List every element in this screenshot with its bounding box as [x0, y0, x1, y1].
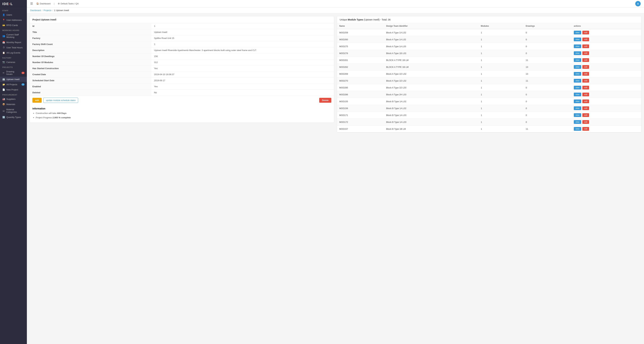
module-types-subtitle: (Uptown Irwell) - Total: 36 [364, 18, 390, 21]
module-identifier: Block A Type 1D L03 [384, 84, 478, 91]
sidebar-item-monthly-report[interactable]: 📅 Monthly Report [0, 40, 27, 45]
table-row: MOD269 Block A Type 1D L02 1 13 view edi… [337, 70, 641, 77]
module-actions: view edit [572, 105, 641, 112]
table-row: MOD260 Block A Type 1A L02 1 0 view edit [337, 36, 641, 43]
view-button[interactable]: view [574, 120, 581, 124]
nav-default-tasks[interactable]: ⚙ Default Tasks / QA [58, 2, 78, 5]
project-field-row: Factory Shift Count1 [30, 41, 334, 47]
update-schedule-button[interactable]: update module schedule dates [43, 98, 78, 103]
module-drawings: 0 [524, 98, 572, 105]
breadcrumb-dashboard[interactable]: Dashboard [30, 9, 41, 11]
sidebar-item-current-staff-working[interactable]: 👥 Current Staff Working [0, 32, 27, 40]
row-edit-button[interactable]: edit [582, 93, 589, 96]
field-value: 2019-06-17 [152, 77, 334, 84]
field-label: Enabled [30, 84, 152, 90]
sidebar-item-new-project[interactable]: 📄 New Project [0, 87, 27, 92]
table-row: MOD259 Block A Type 1A L02 1 0 view edit [337, 29, 641, 36]
view-button[interactable]: view [574, 58, 581, 62]
module-drawings: 11 [524, 57, 572, 64]
sidebar-item-uptown-irwell[interactable]: 🏢 Uptown Irwell [0, 77, 27, 82]
view-button[interactable]: view [574, 37, 581, 41]
sidebar-item-all-log-events[interactable]: 📋 All Log Events [0, 50, 27, 55]
module-identifier: Block A Type 1A L02 [384, 36, 478, 43]
module-drawings: 0 [524, 112, 572, 119]
delete-button[interactable]: Delete [319, 98, 331, 103]
sidebar-item-label: User Total Hours [6, 46, 23, 49]
sidebar-item-rfid-cards[interactable]: 💳 RFID Cards [0, 23, 27, 28]
sidebar-item-suppliers[interactable]: 🏭 Suppliers [0, 96, 27, 102]
pencil-icon: ✏ [2, 72, 5, 74]
view-button[interactable]: view [574, 79, 581, 82]
sidebar-item-user-total-hours[interactable]: ⏱ User Total Hours [0, 45, 27, 50]
col-modules: Modules [478, 23, 524, 29]
sidebar-item-label: New Project [6, 88, 18, 91]
module-identifier: Block A Type 1D L02 [384, 70, 478, 77]
module-actions: view edit [572, 119, 641, 125]
view-button[interactable]: view [574, 93, 581, 96]
breadcrumb-projects[interactable]: Projects [44, 9, 52, 11]
view-button[interactable]: view [574, 86, 581, 89]
module-types-header: Unique Module Types (Uptown Irwell) - To… [337, 16, 641, 23]
module-name: MOD157 [337, 125, 384, 132]
sidebar-item-material-categories[interactable]: 🗂 Material Categories [0, 107, 27, 115]
row-edit-button[interactable]: edit [582, 106, 589, 110]
view-button[interactable]: view [574, 51, 581, 55]
sidebar-item-cameras[interactable]: 📷 Cameras [0, 59, 27, 65]
row-edit-button[interactable]: edit [582, 79, 589, 82]
row-edit-button[interactable]: edit [582, 99, 589, 103]
avatar[interactable]: A [635, 1, 641, 6]
row-edit-button[interactable]: edit [582, 120, 589, 124]
view-button[interactable]: view [574, 31, 581, 34]
module-drawings: 0 [524, 84, 572, 91]
row-edit-button[interactable]: edit [582, 65, 589, 69]
row-edit-button[interactable]: edit [582, 58, 589, 62]
row-edit-button[interactable]: edit [582, 31, 589, 34]
row-edit-button[interactable]: edit [582, 127, 589, 131]
view-button[interactable]: view [574, 44, 581, 48]
module-name: MOD275 [337, 43, 384, 50]
row-edit-button[interactable]: edit [582, 86, 589, 89]
edit-button[interactable]: edit [32, 98, 42, 103]
factory-icon: 🏭 [2, 98, 5, 100]
module-identifier: Block B Type 1A L02 [384, 105, 478, 112]
view-button[interactable]: view [574, 65, 581, 69]
row-edit-button[interactable]: edit [582, 44, 589, 48]
nav-separator: | [54, 2, 54, 5]
info-item-days: Construction will take 444 Days [36, 112, 331, 115]
information-section: Information Construction will take 444 D… [30, 105, 334, 122]
row-edit-button[interactable]: edit [582, 113, 589, 117]
sidebar-item-drawing-issues[interactable]: ✏ Drawing Issues 2 [0, 69, 27, 77]
module-actions: view edit [572, 84, 641, 91]
breadcrumb-sep-1: / [42, 9, 43, 11]
table-row: MOD171 Block B Type 1A L03 1 0 view edit [337, 112, 641, 119]
module-count: 1 [478, 125, 524, 132]
view-button[interactable]: view [574, 106, 581, 110]
sidebar-item-materials[interactable]: 📦 Materials [0, 102, 27, 107]
module-actions: view edit [572, 29, 641, 36]
project-field-row: DeletedNo [30, 90, 334, 96]
row-edit-button[interactable]: edit [582, 37, 589, 41]
row-edit-button[interactable]: edit [582, 72, 589, 76]
sidebar-item-quantity-types[interactable]: 🔢 Quantity Types [0, 115, 27, 120]
content-area: Project Uptown Irwell Id1TitleUptown Irw… [27, 13, 644, 344]
row-edit-button[interactable]: edit [582, 51, 589, 55]
table-row: MOD155 Block B Type 1A L02 1 0 view edit [337, 98, 641, 105]
all-projects-badge: 1 [22, 83, 24, 86]
module-name: MOD155 [337, 98, 384, 105]
sidebar-item-all-projects[interactable]: 📁 All Projects 1 [0, 82, 27, 87]
view-button[interactable]: view [574, 72, 581, 76]
view-button[interactable]: view [574, 99, 581, 103]
module-actions: view edit [572, 91, 641, 98]
sidebar-item-users[interactable]: 👤 Users [0, 12, 27, 17]
hamburger-menu[interactable]: ☰ [30, 2, 33, 5]
col-name: Name [337, 23, 384, 29]
nav-dashboard[interactable]: 🏠 Dashboard [36, 2, 50, 5]
field-label: Deleted [30, 90, 152, 96]
module-name: MOD259 [337, 29, 384, 36]
module-identifier: Block A Type 1D L02 [384, 77, 478, 84]
sidebar-item-user-addresses[interactable]: 📍 User Addresses [0, 17, 27, 23]
view-button[interactable]: view [574, 113, 581, 117]
view-button[interactable]: view [574, 127, 581, 131]
module-actions: view edit [572, 36, 641, 43]
module-count: 1 [478, 43, 524, 50]
